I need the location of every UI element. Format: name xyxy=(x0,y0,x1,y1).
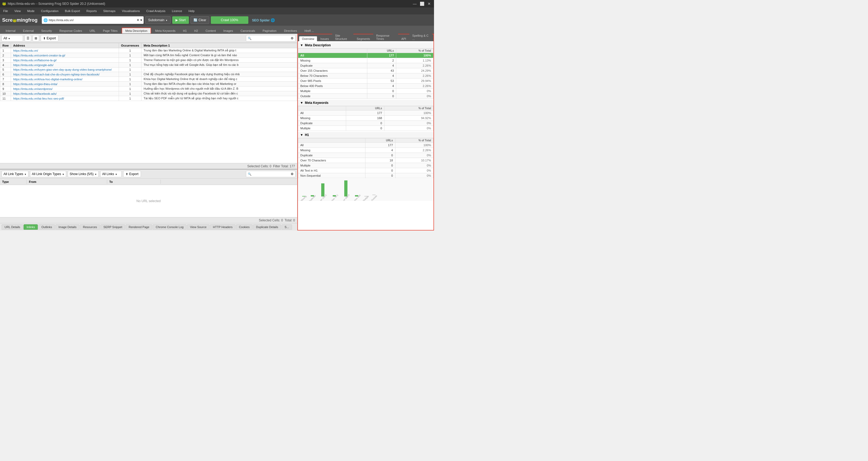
tab-h1[interactable]: H1 xyxy=(180,28,190,33)
tab-more[interactable]: S... xyxy=(282,224,292,230)
overview-row[interactable]: Missing 4 2.26% xyxy=(298,148,433,153)
section-header-2[interactable]: ▼ H1 xyxy=(298,132,433,138)
search-input[interactable] xyxy=(253,37,289,40)
show-links-dropdown[interactable]: Show Links (5/5) xyxy=(68,171,99,177)
tab-view-source[interactable]: View Source xyxy=(187,224,210,230)
start-button[interactable]: Start xyxy=(172,16,189,24)
tab-external[interactable]: External xyxy=(20,28,37,33)
tab-inlinks[interactable]: Inlinks xyxy=(24,224,38,230)
overview-row[interactable]: Duplicate 0 0% xyxy=(298,121,433,126)
search-settings-icon[interactable]: ⚙ xyxy=(291,36,293,40)
overview-row[interactable]: Outside 0 0% xyxy=(298,94,433,99)
menu-crawl-analysis[interactable]: Crawl Analysis xyxy=(145,9,167,13)
tab-security[interactable]: Security xyxy=(38,28,56,33)
maximize-button[interactable]: ⬜ xyxy=(419,2,426,6)
right-tab-site-structure[interactable]: Site Structure xyxy=(332,33,353,41)
tab-outlinks[interactable]: Outlinks xyxy=(38,224,55,230)
overview-row[interactable]: Multiple 0 0% xyxy=(298,126,433,131)
table-row[interactable]: 11 https://imta.edu.vn/tai-lieu-hoc-seo-… xyxy=(0,96,297,101)
tab-pagination[interactable]: Pagination xyxy=(259,28,280,33)
filter-dropdown[interactable]: All xyxy=(2,35,23,41)
overview-row[interactable]: Missing 2 1.13% xyxy=(298,58,433,63)
tab-duplicate-details[interactable]: Duplicate Details xyxy=(253,224,281,230)
overview-row[interactable]: Over 985 Pixels 53 29.94% xyxy=(298,78,433,84)
tab-url[interactable]: URL xyxy=(86,28,99,33)
crawl-progress-button[interactable]: Crawl 100% xyxy=(211,16,248,24)
tab-response-codes[interactable]: Response Codes xyxy=(56,28,86,33)
table-row[interactable]: 2 https://imta.edu.vn/content-creator-la… xyxy=(0,53,297,58)
tab-meta-description[interactable]: Meta Description xyxy=(122,28,151,33)
overview-row[interactable]: Duplicate 4 2.26% xyxy=(298,63,433,68)
tab-hrefl[interactable]: Hrefl ... xyxy=(301,28,317,33)
overview-row[interactable]: Below 400 Pixels 4 2.26% xyxy=(298,84,433,89)
minimize-button[interactable]: — xyxy=(412,2,418,6)
table-row[interactable]: 3 https://imta.edu.vn/flatsome-la-gi/ 1 … xyxy=(0,58,297,63)
tab-page-titles[interactable]: Page Titles xyxy=(99,28,121,33)
table-row[interactable]: 1 https://imta.edu.vn/ 1 Trung tâm đào t… xyxy=(0,48,297,53)
tab-url-details[interactable]: URL Details xyxy=(2,224,23,230)
menu-reports[interactable]: Reports xyxy=(86,9,98,13)
right-tab-spelling[interactable]: Spelling & C ... xyxy=(409,33,432,41)
overview-row[interactable]: Multiple 0 0% xyxy=(298,163,433,168)
right-tab-overview[interactable]: Overview xyxy=(299,36,317,41)
menu-mode[interactable]: Mode xyxy=(26,9,36,13)
tab-content[interactable]: Content xyxy=(202,28,219,33)
tab-image-details[interactable]: Image Details xyxy=(56,224,79,230)
menu-file[interactable]: File xyxy=(2,9,9,13)
menu-visualisations[interactable]: Visualisations xyxy=(121,9,141,13)
subdomain-button[interactable]: Subdomain xyxy=(145,16,170,24)
link-origin-types-dropdown[interactable]: All Link Origin Types xyxy=(30,171,66,177)
overview-row[interactable]: Over 70 Characters 18 10.17% xyxy=(298,158,433,163)
url-clear-icon[interactable]: ✕ xyxy=(136,18,139,22)
tab-meta-keywords[interactable]: Meta Keywords xyxy=(152,28,179,33)
table-row[interactable]: 10 https://imta.edu.vn/facebook-ads/ 1 C… xyxy=(0,91,297,96)
url-input[interactable] xyxy=(49,19,135,22)
overview-row[interactable]: Multiple 0 0% xyxy=(298,89,433,94)
table-row[interactable]: 8 https://imta.edu.vn/gioi-thieu-imta/ 1… xyxy=(0,81,297,87)
table-row[interactable]: 5 https://imta.edu.vn/tuyen-giao-vien-da… xyxy=(0,67,297,72)
overview-row[interactable]: All 177 100% xyxy=(298,143,433,148)
tab-chrome-console-log[interactable]: Chrome Console Log xyxy=(153,224,186,230)
right-tab-api[interactable]: API xyxy=(398,36,409,41)
section-header-1[interactable]: ▼ Meta Keywords xyxy=(298,100,433,106)
export-button[interactable]: Export xyxy=(41,35,58,41)
overview-row[interactable]: Duplicate 0 0% xyxy=(298,153,433,158)
all-links-dropdown[interactable]: All Links xyxy=(100,171,122,177)
lower-export-button[interactable]: Export xyxy=(123,171,141,177)
table-row[interactable]: 6 https://imta.edu.vn/cach-bat-che-do-ch… xyxy=(0,72,297,77)
list-view-button[interactable] xyxy=(25,35,31,41)
close-button[interactable]: ✕ xyxy=(427,2,432,6)
menu-configuration[interactable]: Configuration xyxy=(40,9,60,13)
right-tab-segments[interactable]: Segments xyxy=(353,36,373,41)
overview-row[interactable]: Missing 168 94.92% xyxy=(298,116,433,121)
clear-button[interactable]: Clear xyxy=(190,16,209,24)
url-dropdown-icon[interactable]: ▾ xyxy=(141,18,142,22)
menu-licence[interactable]: Licence xyxy=(171,9,183,13)
overview-row[interactable]: Below 70 Characters 4 2.26% xyxy=(298,73,433,78)
overview-row[interactable]: Over 155 Characters 43 24.29% xyxy=(298,68,433,73)
overview-row[interactable]: All 177 100% xyxy=(298,53,433,58)
menu-sitemaps[interactable]: Sitemaps xyxy=(102,9,117,13)
tab-rendered-page[interactable]: Rendered Page xyxy=(126,224,152,230)
tab-resources[interactable]: Resources xyxy=(80,224,100,230)
section-header-0[interactable]: ▼ Meta Description xyxy=(298,42,433,48)
menu-bulk-export[interactable]: Bulk Export xyxy=(64,9,81,13)
tab-canonicals[interactable]: Canonicals xyxy=(237,28,258,33)
tab-cookies[interactable]: Cookies xyxy=(236,224,253,230)
tab-serp-snippet[interactable]: SERP Snippet xyxy=(100,224,125,230)
link-types-dropdown[interactable]: All Link Types xyxy=(2,171,28,177)
right-tab-issues[interactable]: Issues xyxy=(317,36,332,41)
lower-search-settings-icon[interactable]: ⚙ xyxy=(291,172,293,176)
menu-help[interactable]: Help xyxy=(188,9,196,13)
overview-row[interactable]: All 177 100% xyxy=(298,110,433,116)
lower-search-input[interactable] xyxy=(253,172,289,176)
menu-view[interactable]: View xyxy=(13,9,22,13)
table-row[interactable]: 7 https://imta.edu.vn/khoa-hoc-digital-m… xyxy=(0,77,297,81)
overview-row[interactable]: Alt Text in H1 0 0% xyxy=(298,168,433,173)
right-tab-response-times[interactable]: Response Times xyxy=(373,33,398,41)
tab-directives[interactable]: Directives xyxy=(280,28,300,33)
tab-http-headers[interactable]: HTTP Headers xyxy=(210,224,236,230)
tab-images[interactable]: Images xyxy=(220,28,237,33)
grid-view-button[interactable] xyxy=(33,35,39,41)
overview-row[interactable]: Non-Sequential 0 0% xyxy=(298,173,433,178)
